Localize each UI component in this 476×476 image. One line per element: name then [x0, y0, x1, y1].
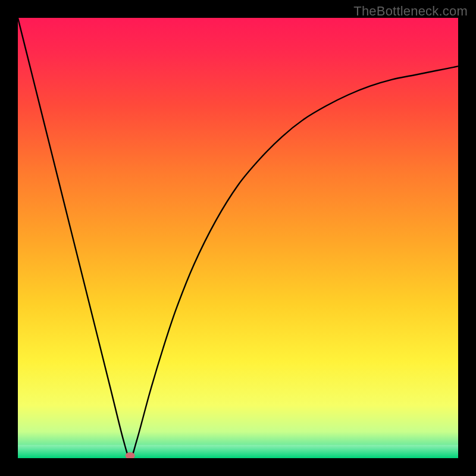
watermark-label: TheBottleneck.com	[353, 4, 468, 19]
chart-root: TheBottleneck.com	[0, 0, 476, 476]
plot-area	[18, 18, 458, 458]
gradient-background	[18, 18, 458, 458]
baseline-band	[18, 445, 458, 458]
chart-svg	[18, 18, 458, 458]
